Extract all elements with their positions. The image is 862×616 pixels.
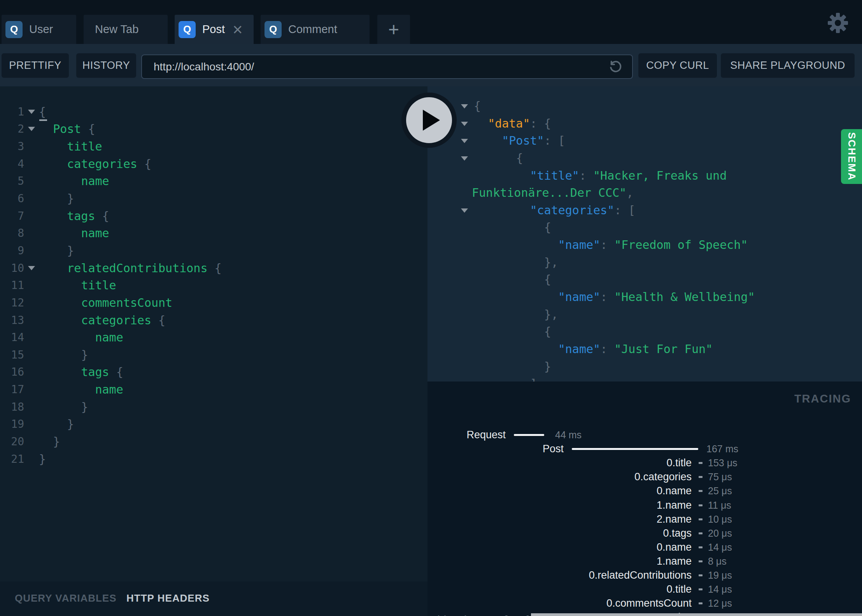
copy-curl-button[interactable]: COPY CURL [638,53,717,78]
execute-button[interactable] [401,93,457,148]
tracing-label: 0.tags [663,527,692,539]
line-number: 3 [0,140,24,153]
tab-new-tab[interactable]: New Tab [84,15,168,44]
json-text: Funktionäre...Der CCC", [472,184,633,202]
schema-tab[interactable]: SCHEMA [841,129,862,184]
editor-line-21[interactable]: 21} [0,450,427,468]
tracing-row-0.title: 0.title153 μs [427,457,862,469]
code-text: categories { [39,157,151,171]
response-row-5: "title": "Hacker, Freaks und [427,167,862,185]
editor-line-19[interactable]: 19 } [0,416,427,433]
response-row-16: } [427,358,862,376]
query-editor[interactable]: 1{2 Post {3 title4 categories {5 name6 }… [0,86,427,581]
horizontal-scrollbar[interactable] [531,613,862,616]
fold-triangle-icon[interactable] [24,266,39,270]
tab-label: Post [202,23,225,36]
editor-line-17[interactable]: 17 name [0,381,427,398]
query-badge: Q [179,21,196,38]
endpoint-url-value: http://localhost:4000/ [154,61,608,73]
json-text: { [474,150,523,167]
json-text: "name": "Just For Fun" [474,341,713,358]
response-viewer: { "data": { "Post": [ { "title": "Hacker… [427,86,862,382]
timing-tick [699,588,703,590]
collapse-triangle-icon[interactable] [461,122,468,126]
editor-line-11[interactable]: 11 title [0,276,427,294]
response-row-12: "name": "Health & Wellbeing" [427,289,862,306]
line-number: 4 [0,158,24,170]
line-number: 9 [0,244,24,257]
line-number: 7 [0,210,24,222]
query-variables-toggle[interactable]: QUERY VARIABLES [15,592,117,604]
editor-line-3[interactable]: 3 title [0,138,427,155]
fold-triangle-icon[interactable] [24,110,39,114]
tab-post[interactable]: QPost× [175,15,254,44]
collapse-triangle-icon[interactable] [461,156,468,161]
fold-triangle-icon[interactable] [24,127,39,131]
tracing-value: 14 μs [708,541,732,553]
editor-line-18[interactable]: 18 } [0,398,427,416]
editor-line-12[interactable]: 12 commentsCount [0,294,427,312]
prettify-button[interactable]: PRETTIFY [2,53,69,78]
json-text: "categories": [ [474,202,635,219]
response-row-7: "categories": [ [427,202,862,219]
editor-line-1[interactable]: 1{ [0,103,427,121]
new-tab-button[interactable]: + [377,15,410,44]
editor-line-4[interactable]: 4 categories { [0,155,427,173]
code-text: } [39,244,74,257]
tab-user[interactable]: QUser [2,15,76,44]
tracing-value: 153 μs [708,457,738,469]
tracing-label: 0.title [666,583,692,595]
json-text: { [474,98,481,115]
tracing-row-0.name: 0.name14 μs [427,541,862,553]
tracing-row-1.name: 1.name11 μs [427,499,862,511]
response-row-9: "name": "Freedom of Speech" [427,236,862,254]
collapse-triangle-icon[interactable] [461,208,468,213]
timing-tick [699,476,703,478]
code-text: name [39,226,109,240]
tracing-label: 0.name [657,485,692,497]
editor-line-2[interactable]: 2 Post { [0,121,427,138]
editor-line-5[interactable]: 5 name [0,173,427,190]
endpoint-url-input[interactable]: http://localhost:4000/ [141,54,633,79]
response-row-17: ], [427,375,862,382]
code-text: categories { [39,313,165,327]
line-number: 13 [0,314,24,327]
editor-line-8[interactable]: 8 name [0,224,427,242]
editor-line-9[interactable]: 9 } [0,242,427,259]
settings-gear-icon[interactable] [827,12,848,33]
editor-line-6[interactable]: 6 } [0,190,427,207]
tracing-value: 167 ms [706,443,738,455]
json-text: { [474,271,551,289]
line-number: 14 [0,331,24,344]
editor-line-16[interactable]: 16 tags { [0,364,427,381]
tracing-label: 0.commentsCount [606,597,692,609]
collapse-triangle-icon[interactable] [461,104,468,108]
editor-line-7[interactable]: 7 tags { [0,207,427,225]
code-text: } [39,192,74,205]
tab-comment[interactable]: QComment [261,15,370,44]
editor-line-20[interactable]: 20 } [0,433,427,450]
editor-line-10[interactable]: 10 relatedContributions { [0,259,427,277]
json-text: }, [474,254,558,271]
share-playground-button[interactable]: SHARE PLAYGROUND [721,53,855,78]
tracing-value: 19 μs [708,569,732,581]
editor-line-14[interactable]: 14 name [0,329,427,346]
reload-icon[interactable] [608,60,623,74]
http-headers-toggle[interactable]: HTTP HEADERS [126,592,210,604]
editor-line-15[interactable]: 15 } [0,346,427,364]
tracing-title: TRACING [794,392,851,405]
line-number: 18 [0,401,24,413]
history-button[interactable]: HISTORY [76,53,136,78]
tab-label: Comment [288,23,337,36]
response-row-8: { [427,219,862,236]
line-number: 16 [0,366,24,378]
tracing-value: 12 μs [708,597,732,609]
json-text: { [474,219,551,236]
collapse-triangle-icon[interactable] [461,139,468,143]
line-number: 2 [0,122,24,135]
editor-footer: QUERY VARIABLES HTTP HEADERS [0,581,427,616]
close-tab-icon[interactable]: × [233,24,243,35]
code-text: } [39,435,60,448]
editor-line-13[interactable]: 13 categories { [0,312,427,329]
code-text: title [39,140,102,153]
